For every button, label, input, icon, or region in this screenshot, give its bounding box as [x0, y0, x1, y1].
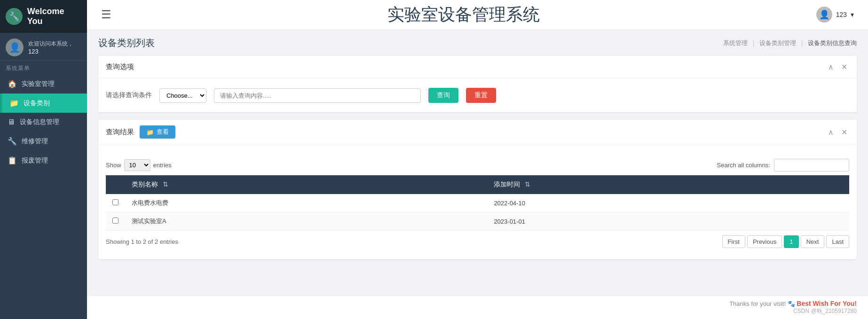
pagination: First Previous 1 Next Last [722, 235, 849, 248]
sidebar-item-label: 维修管理 [22, 137, 48, 146]
entries-select[interactable]: 10 25 50 100 [124, 159, 150, 171]
sidebar: 🔧 Welcome You 👤 欢迎访问本系统， 123 系统菜单 🏠 实验室管… [0, 0, 87, 319]
username: 123 [28, 48, 73, 55]
row-checkbox[interactable] [112, 218, 118, 224]
maintenance-icon: 🔧 [8, 137, 17, 146]
page-last-btn[interactable]: Last [826, 235, 849, 248]
sidebar-user: 👤 欢迎访问本系统， 123 [0, 33, 87, 61]
table-controls-right: Search all columns: [717, 159, 849, 171]
search-input[interactable] [214, 88, 421, 103]
topbar-title: 实验室设备管理系统 [121, 3, 807, 26]
col-add-time[interactable]: 添加时间 ⇅ [487, 175, 849, 194]
content-area: 设备类别列表 系统管理 ｜ 设备类别管理 ｜ 设备类别信息查询 查询选项 ∧ ✕… [87, 29, 868, 296]
search-condition-select[interactable]: Choose... 类别名称 添加时间 [159, 88, 206, 103]
page-next-btn[interactable]: Next [801, 235, 825, 248]
page-header: 设备类别列表 系统管理 ｜ 设备类别管理 ｜ 设备类别信息查询 [98, 37, 857, 49]
breadcrumb-sep-0: ｜ [750, 39, 757, 47]
view-button[interactable]: 📁 查看 [140, 125, 175, 139]
footer: Thanks for your visit! 🐾 Best Wish For Y… [87, 296, 868, 319]
sidebar-item-report[interactable]: 📋 报废管理 [0, 151, 87, 170]
table-row: 水电费水电费 2022-04-10 [106, 194, 849, 212]
search-all-input[interactable] [774, 159, 849, 171]
search-button[interactable]: 查询 [428, 88, 458, 103]
menu-label: 系统菜单 [0, 61, 87, 74]
breadcrumb: 系统管理 ｜ 设备类别管理 ｜ 设备类别信息查询 [723, 39, 857, 47]
showing-text: Showing 1 to 2 of 2 entries [106, 238, 178, 245]
table-header: 类别名称 ⇅ 添加时间 ⇅ [106, 175, 849, 194]
breadcrumb-sep-1: ｜ [799, 39, 805, 47]
sidebar-item-label: 报废管理 [22, 156, 48, 165]
panel-collapse-btn[interactable]: ∧ [826, 62, 836, 72]
panel-header-actions: ∧ ✕ [826, 62, 849, 72]
sidebar-item-label: 实验室管理 [22, 80, 55, 88]
sort-icon-name: ⇅ [163, 180, 168, 188]
checkbox-col-header [106, 175, 125, 194]
page-current-btn[interactable]: 1 [784, 235, 798, 248]
sidebar-item-lab[interactable]: 🏠 实验室管理 [0, 74, 87, 93]
sidebar-item-maintenance[interactable]: 🔧 维修管理 [0, 132, 87, 151]
footer-thanks: Thanks for your visit! 🐾 [729, 300, 795, 307]
topbar: ☰ 实验室设备管理系统 👤 123 ▾ [87, 0, 868, 29]
search-panel-body: 请选择查询条件 Choose... 类别名称 添加时间 查询 重置 [98, 78, 857, 112]
sidebar-brand: 🔧 Welcome You [0, 0, 87, 33]
results-panel-collapse-btn[interactable]: ∧ [826, 127, 836, 138]
search-all-label: Search all columns: [717, 162, 770, 169]
sort-icon-time: ⇅ [525, 180, 530, 188]
view-label: 查看 [157, 128, 169, 136]
table-controls: Show 10 25 50 100 entries Search all col… [106, 154, 849, 175]
main-area: ☰ 实验室设备管理系统 👤 123 ▾ 设备类别列表 系统管理 ｜ 设备类别管理… [87, 0, 868, 319]
row-category-name: 水电费水电费 [125, 194, 487, 212]
sidebar-item-label: 设备信息管理 [20, 118, 59, 126]
search-panel: 查询选项 ∧ ✕ 请选择查询条件 Choose... 类别名称 添加时间 查询 [98, 56, 857, 112]
results-panel-header: 查询结果 📁 查看 ∧ ✕ [98, 120, 857, 145]
footer-brand: Best Wish For You! [797, 300, 857, 307]
report-icon: 📋 [8, 156, 17, 165]
topbar-user[interactable]: 👤 123 ▾ [816, 7, 854, 23]
entries-label: entries [153, 162, 172, 169]
dropdown-icon: ▾ [851, 11, 854, 18]
table-row: 测试实验室A 2023-01-01 [106, 212, 849, 231]
show-label: Show [106, 162, 121, 169]
page-title: 设备类别列表 [98, 37, 155, 49]
user-info: 欢迎访问本系统， 123 [28, 40, 73, 55]
table-controls-left: Show 10 25 50 100 entries [106, 159, 172, 171]
data-table: 类别名称 ⇅ 添加时间 ⇅ 水电费水电费 2022-04-10 [106, 175, 849, 231]
category-icon: 📁 [9, 99, 19, 108]
sidebar-item-label: 设备类别 [24, 99, 50, 108]
brand-icon: 🔧 [6, 8, 23, 25]
topbar-username: 123 [836, 11, 847, 18]
search-label: 请选择查询条件 [106, 91, 152, 100]
row-date: 2022-04-10 [487, 194, 849, 212]
page-prev-btn[interactable]: Previous [747, 235, 782, 248]
search-form-row: 请选择查询条件 Choose... 类别名称 添加时间 查询 重置 [106, 88, 849, 103]
sidebar-item-device[interactable]: 🖥 设备信息管理 [0, 113, 87, 132]
search-panel-title: 查询选项 [106, 62, 134, 71]
row-checkbox-cell [106, 212, 125, 231]
col-category-name[interactable]: 类别名称 ⇅ [125, 175, 487, 194]
results-header: 查询结果 📁 查看 [106, 125, 175, 139]
lab-icon: 🏠 [8, 79, 17, 88]
brand-label: Welcome You [27, 7, 81, 26]
breadcrumb-item-0: 系统管理 [723, 39, 748, 47]
row-checkbox-cell [106, 194, 125, 212]
sidebar-item-category[interactable]: 📁 设备类别 [0, 93, 87, 113]
results-panel-body: Show 10 25 50 100 entries Search all col… [98, 145, 857, 259]
results-panel: 查询结果 📁 查看 ∧ ✕ Show 10 [98, 120, 857, 259]
table-footer: Showing 1 to 2 of 2 entries First Previo… [106, 231, 849, 250]
panel-header-actions-2: ∧ ✕ [826, 127, 849, 138]
breadcrumb-item-2: 设备类别信息查询 [808, 39, 857, 47]
device-icon: 🖥 [8, 118, 15, 126]
hamburger-icon[interactable]: ☰ [101, 8, 111, 21]
page-first-btn[interactable]: First [722, 235, 745, 248]
row-checkbox[interactable] [112, 199, 118, 205]
user-greeting: 欢迎访问本系统， [28, 40, 73, 48]
topbar-avatar: 👤 [816, 7, 832, 23]
row-category-name: 测试实验室A [125, 212, 487, 231]
results-panel-close-btn[interactable]: ✕ [839, 127, 849, 138]
breadcrumb-item-1: 设备类别管理 [759, 39, 796, 47]
reset-button[interactable]: 重置 [466, 88, 496, 103]
folder-icon: 📁 [146, 129, 154, 136]
panel-close-btn[interactable]: ✕ [839, 62, 849, 72]
search-panel-header: 查询选项 ∧ ✕ [98, 56, 857, 78]
row-date: 2023-01-01 [487, 212, 849, 231]
